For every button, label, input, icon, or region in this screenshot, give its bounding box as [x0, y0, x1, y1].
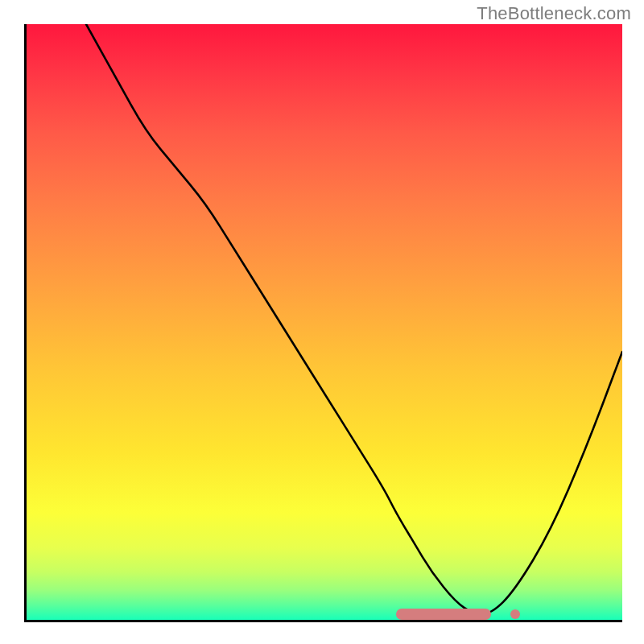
- optimal-range-marker: [396, 609, 491, 620]
- chart-area: [24, 24, 622, 622]
- bottleneck-curve: [27, 24, 622, 620]
- optimal-point-marker: [510, 609, 520, 619]
- watermark-label: TheBottleneck.com: [477, 3, 631, 24]
